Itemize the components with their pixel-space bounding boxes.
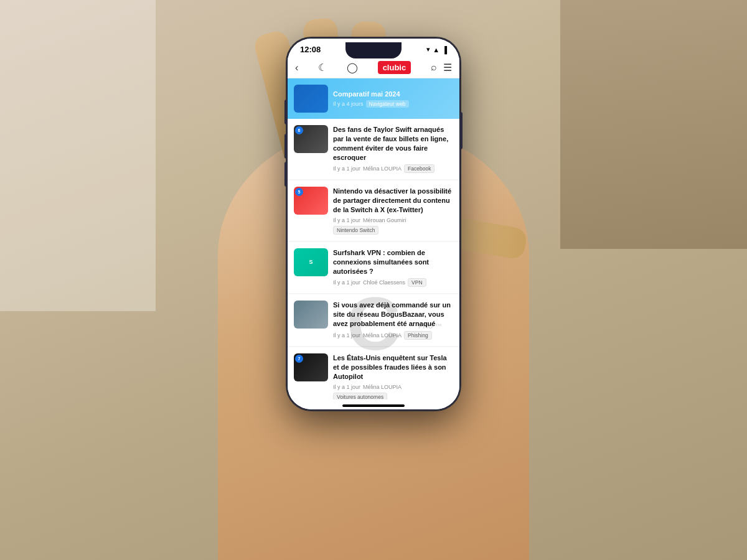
article-time: Il y a 1 jour [333,166,360,172]
article-tag-taylor-swift: Facebook [404,164,435,173]
article-time-tesla: Il y a 1 jour [333,384,360,390]
article-meta-comparatif: Il y a 4 jours Navigateur web [333,100,453,108]
article-time-surfshark: Il y a 1 jour [333,279,360,286]
nav-icons-right: ⌕ ☰ [431,62,452,73]
article-card-taylor-swift[interactable]: 6 Des fans de Taylor Swift arnaqués par … [288,119,459,179]
article-time-nintendo: Il y a 1 jour [333,217,360,223]
wifi-icon: ▾ [426,45,430,54]
article-title-tesla: Les États-Unis enquêtent sur Tesla et de… [333,353,453,381]
article-title-nintendo: Nintendo va désactiver la possibilité de… [333,187,453,215]
article-content-surfshark: Surfshark VPN : combien de connexions si… [333,248,453,287]
article-content-tesla: Les États-Unis enquêtent sur Tesla et de… [333,353,453,399]
article-thumb-tesla: 7 [294,353,328,381]
article-title-comparatif: Comparatif mai 2024 [333,90,453,98]
article-title-bogusbazaar: Si vous avez déjà commandé sur un site d… [333,301,453,329]
article-card-comparatif[interactable]: Comparatif mai 2024 Il y a 4 jours Navig… [288,78,459,119]
article-card-nintendo[interactable]: 5 Nintendo va désactiver la possibilité … [288,180,459,241]
article-tag-nintendo: Nintendo Switch [333,226,378,235]
bottom-bar [288,399,459,409]
article-content-bogusbazaar: Si vous avez déjà commandé sur un site d… [333,301,453,340]
scene: 12:08 ▾ ▲ ▐ ‹ ☾ ◯ clubic ⌕ ☰ [0,0,747,560]
user-icon[interactable]: ◯ [347,62,358,73]
article-meta-surfshark: Il y a 1 jour Chloé Claessens VPN [333,278,453,287]
article-time-bogusbazaar: Il y a 1 jour [333,332,360,338]
phone-screen: 12:08 ▾ ▲ ▐ ‹ ☾ ◯ clubic ⌕ ☰ [288,39,459,409]
moon-icon[interactable]: ☾ [318,62,327,73]
article-thumb-comparatif [294,85,328,113]
content-scroll[interactable]: Comparatif mai 2024 Il y a 4 jours Navig… [288,78,459,399]
article-card-surfshark[interactable]: S Surfshark VPN : combien de connexions … [288,242,459,294]
article-thumb-nintendo: 5 [294,187,328,215]
app-navbar: ‹ ☾ ◯ clubic ⌕ ☰ [288,57,459,78]
article-meta-taylor-swift: Il y a 1 jour Mélina LOUPIA Facebook [333,164,453,173]
article-badge-nintendo: 5 [295,188,303,196]
article-thumb-surfshark: S [294,248,328,276]
article-content-taylor-swift: Des fans de Taylor Swift arnaqués par la… [333,125,453,173]
status-time: 12:08 [300,45,321,54]
phone-wrapper: 12:08 ▾ ▲ ▐ ‹ ☾ ◯ clubic ⌕ ☰ [286,37,461,411]
status-icons: ▾ ▲ ▐ [426,45,447,54]
phone-notch [345,42,402,58]
clubic-logo[interactable]: clubic [378,61,411,74]
article-card-bogusbazaar[interactable]: Si vous avez déjà commandé sur un site d… [288,294,459,346]
article-tag-comparatif: Navigateur web [366,100,409,108]
article-author-nintendo: Mérouan Goumiri [363,217,406,223]
article-tag-surfshark: VPN [408,278,426,287]
signal-icon: ▲ [433,46,439,54]
article-author-bogusbazaar: Mélina LOUPIA [363,332,402,338]
article-thumb-taylor-swift: 6 [294,125,328,153]
article-title-taylor-swift: Des fans de Taylor Swift arnaqués par la… [333,125,453,162]
menu-icon[interactable]: ☰ [443,62,452,73]
article-meta-nintendo: Il y a 1 jour Mérouan Goumiri Nintendo S… [333,217,453,235]
article-tag-bogusbazaar: Phishing [404,331,432,340]
article-badge-tesla: 7 [295,355,303,363]
article-thumb-bogusbazaar [294,301,328,329]
article-tag-tesla: Voitures autonomes [333,393,387,400]
home-indicator[interactable] [342,404,405,407]
article-meta-tesla: Il y a 1 jour Mélina LOUPIA Voitures aut… [333,384,453,400]
article-author: Mélina LOUPIA [363,166,402,172]
article-meta-bogusbazaar: Il y a 1 jour Mélina LOUPIA Phishing [333,331,453,340]
article-title-surfshark: Surfshark VPN : combien de connexions si… [333,248,453,276]
article-badge-taylor-swift: 6 [295,126,303,134]
search-icon[interactable]: ⌕ [431,62,437,73]
article-time-comparatif: Il y a 4 jours [333,101,364,107]
battery-icon: ▐ [442,46,447,54]
article-author-tesla: Mélina LOUPIA [363,384,402,390]
back-button[interactable]: ‹ [295,62,298,73]
phone: 12:08 ▾ ▲ ▐ ‹ ☾ ◯ clubic ⌕ ☰ [286,37,461,411]
article-author-surfshark: Chloé Claessens [363,279,405,286]
article-card-tesla[interactable]: 7 Les États-Unis enquêtent sur Tesla et … [288,347,459,399]
article-content-comparatif: Comparatif mai 2024 Il y a 4 jours Navig… [333,90,453,108]
article-content-nintendo: Nintendo va désactiver la possibilité de… [333,187,453,235]
